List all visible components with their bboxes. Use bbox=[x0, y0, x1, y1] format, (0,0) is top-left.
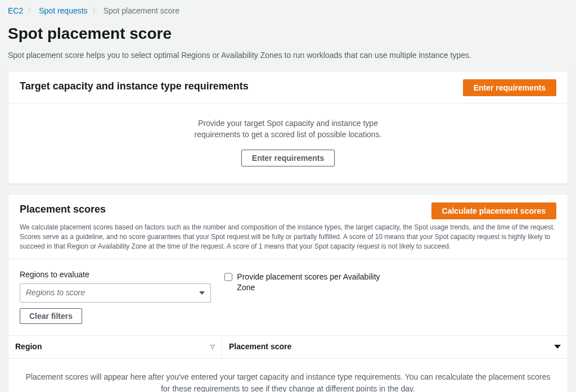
column-placement-score[interactable]: Placement score bbox=[222, 336, 568, 358]
per-az-checkbox-label[interactable]: Provide placement scores per Availabilit… bbox=[237, 272, 393, 294]
page-description: Spot placement score helps you to select… bbox=[8, 50, 568, 61]
table-header: Region ▽ Placement score bbox=[8, 336, 568, 359]
column-region[interactable]: Region ▽ bbox=[8, 336, 222, 358]
calculate-placement-scores-button[interactable]: Calculate placement scores bbox=[431, 202, 556, 219]
panel-title: Placement scores bbox=[20, 202, 106, 217]
column-label: Placement score bbox=[229, 341, 291, 353]
panel-description: We calculate placement scores based on f… bbox=[20, 223, 556, 252]
regions-label: Regions to evaluate bbox=[20, 269, 211, 281]
sort-icon bbox=[554, 345, 561, 349]
breadcrumb-link-spot-requests[interactable]: Spot requests bbox=[39, 6, 87, 17]
breadcrumb: EC2 〉 Spot requests 〉 Spot placement sco… bbox=[8, 0, 568, 20]
regions-select-placeholder: Regions to score bbox=[26, 287, 85, 299]
enter-requirements-button-secondary[interactable]: Enter requirements bbox=[241, 150, 335, 166]
chevron-right-icon: 〉 bbox=[28, 6, 34, 16]
breadcrumb-link-ec2[interactable]: EC2 bbox=[8, 6, 23, 17]
placement-scores-table: Region ▽ Placement score Placement score… bbox=[8, 335, 568, 392]
table-empty-message: Placement scores will appear here after … bbox=[8, 359, 568, 392]
chevron-right-icon: 〉 bbox=[92, 6, 99, 16]
breadcrumb-current: Spot placement score bbox=[104, 6, 179, 17]
panel-title: Target capacity and instance type requir… bbox=[20, 79, 456, 93]
sort-icon: ▽ bbox=[210, 343, 215, 351]
placement-scores-panel: Placement scores Calculate placement sco… bbox=[8, 194, 568, 392]
caret-down-icon bbox=[199, 291, 205, 295]
empty-state-text: Provide your target Spot capacity and in… bbox=[187, 118, 389, 140]
target-capacity-panel: Target capacity and instance type requir… bbox=[8, 71, 568, 183]
regions-select[interactable]: Regions to score bbox=[20, 283, 211, 303]
clear-filters-button[interactable]: Clear filters bbox=[20, 308, 82, 324]
per-az-checkbox[interactable] bbox=[224, 273, 232, 281]
page-title: Spot placement score bbox=[8, 22, 568, 44]
column-label: Region bbox=[15, 341, 42, 353]
enter-requirements-button[interactable]: Enter requirements bbox=[463, 79, 556, 96]
